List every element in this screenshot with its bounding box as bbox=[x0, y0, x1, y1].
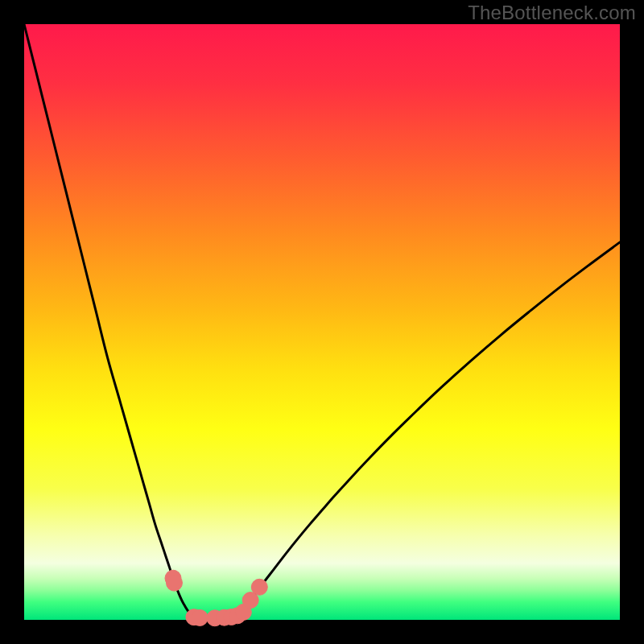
marker-point bbox=[251, 579, 267, 595]
marker-point bbox=[192, 609, 208, 625]
plot-background bbox=[24, 24, 620, 620]
bottleneck-chart bbox=[0, 0, 644, 644]
marker-point bbox=[166, 575, 182, 591]
watermark-text: TheBottleneck.com bbox=[468, 2, 636, 24]
chart-frame: TheBottleneck.com bbox=[0, 0, 644, 644]
